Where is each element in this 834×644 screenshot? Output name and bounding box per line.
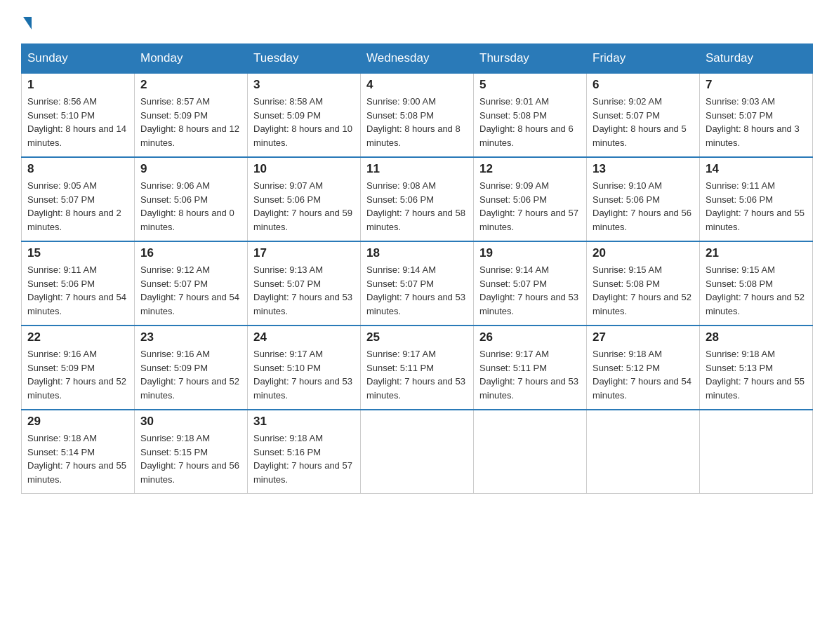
calendar-cell: 18 Sunrise: 9:14 AM Sunset: 5:07 PM Dayl… [361, 241, 474, 326]
calendar-cell: 31 Sunrise: 9:18 AM Sunset: 5:16 PM Dayl… [248, 410, 361, 494]
day-number: 23 [140, 330, 241, 344]
day-info: Sunrise: 9:14 AM Sunset: 5:07 PM Dayligh… [479, 263, 581, 318]
day-info: Sunrise: 9:05 AM Sunset: 5:07 PM Dayligh… [27, 179, 128, 234]
calendar-cell: 27 Sunrise: 9:18 AM Sunset: 5:12 PM Dayl… [587, 326, 700, 410]
day-info: Sunrise: 9:16 AM Sunset: 5:09 PM Dayligh… [140, 347, 241, 402]
calendar-week-2: 8 Sunrise: 9:05 AM Sunset: 5:07 PM Dayli… [22, 157, 813, 241]
calendar-week-3: 15 Sunrise: 9:11 AM Sunset: 5:06 PM Dayl… [22, 241, 813, 326]
calendar-cell: 25 Sunrise: 9:17 AM Sunset: 5:11 PM Dayl… [361, 326, 474, 410]
calendar-cell: 19 Sunrise: 9:14 AM Sunset: 5:07 PM Dayl… [474, 241, 587, 326]
day-number: 2 [140, 78, 241, 92]
logo [21, 14, 32, 29]
day-info: Sunrise: 9:00 AM Sunset: 5:08 PM Dayligh… [366, 95, 468, 149]
calendar-cell: 15 Sunrise: 9:11 AM Sunset: 5:06 PM Dayl… [22, 241, 135, 326]
day-info: Sunrise: 9:17 AM Sunset: 5:11 PM Dayligh… [366, 347, 468, 402]
calendar-cell: 11 Sunrise: 9:08 AM Sunset: 5:06 PM Dayl… [361, 157, 474, 241]
day-info: Sunrise: 9:03 AM Sunset: 5:07 PM Dayligh… [706, 95, 807, 149]
logo-arrow-icon [23, 17, 32, 29]
calendar-table: SundayMondayTuesdayWednesdayThursdayFrid… [21, 43, 813, 494]
day-number: 29 [27, 415, 128, 429]
day-info: Sunrise: 9:17 AM Sunset: 5:10 PM Dayligh… [253, 347, 355, 402]
calendar-cell: 2 Sunrise: 8:57 AM Sunset: 5:09 PM Dayli… [135, 73, 248, 157]
day-number: 10 [253, 162, 355, 176]
day-number: 13 [593, 162, 694, 176]
day-info: Sunrise: 9:01 AM Sunset: 5:08 PM Dayligh… [479, 95, 581, 149]
calendar-cell [700, 410, 813, 494]
calendar-cell: 23 Sunrise: 9:16 AM Sunset: 5:09 PM Dayl… [135, 326, 248, 410]
calendar-cell: 16 Sunrise: 9:12 AM Sunset: 5:07 PM Dayl… [135, 241, 248, 326]
day-info: Sunrise: 9:02 AM Sunset: 5:07 PM Dayligh… [593, 95, 694, 149]
day-number: 21 [706, 246, 807, 260]
day-number: 17 [253, 246, 355, 260]
day-info: Sunrise: 9:15 AM Sunset: 5:08 PM Dayligh… [706, 263, 807, 318]
day-number: 8 [27, 162, 128, 176]
day-number: 16 [140, 246, 241, 260]
day-number: 4 [366, 78, 468, 92]
day-info: Sunrise: 9:13 AM Sunset: 5:07 PM Dayligh… [253, 263, 355, 318]
calendar-cell: 3 Sunrise: 8:58 AM Sunset: 5:09 PM Dayli… [248, 73, 361, 157]
day-info: Sunrise: 9:06 AM Sunset: 5:06 PM Dayligh… [140, 179, 241, 234]
day-info: Sunrise: 8:58 AM Sunset: 5:09 PM Dayligh… [253, 95, 355, 149]
calendar-cell: 4 Sunrise: 9:00 AM Sunset: 5:08 PM Dayli… [361, 73, 474, 157]
calendar-cell: 10 Sunrise: 9:07 AM Sunset: 5:06 PM Dayl… [248, 157, 361, 241]
calendar-week-5: 29 Sunrise: 9:18 AM Sunset: 5:14 PM Dayl… [22, 410, 813, 494]
day-number: 27 [593, 330, 694, 344]
header-monday: Monday [135, 44, 248, 74]
calendar-header-row: SundayMondayTuesdayWednesdayThursdayFrid… [22, 44, 813, 74]
day-number: 19 [479, 246, 581, 260]
day-number: 7 [706, 78, 807, 92]
day-number: 22 [27, 330, 128, 344]
calendar-cell: 24 Sunrise: 9:17 AM Sunset: 5:10 PM Dayl… [248, 326, 361, 410]
page-header [21, 14, 813, 29]
header-wednesday: Wednesday [361, 44, 474, 74]
day-number: 14 [706, 162, 807, 176]
calendar-cell: 30 Sunrise: 9:18 AM Sunset: 5:15 PM Dayl… [135, 410, 248, 494]
calendar-cell: 22 Sunrise: 9:16 AM Sunset: 5:09 PM Dayl… [22, 326, 135, 410]
calendar-cell [587, 410, 700, 494]
header-saturday: Saturday [700, 44, 813, 74]
day-info: Sunrise: 9:18 AM Sunset: 5:12 PM Dayligh… [593, 347, 694, 402]
day-number: 15 [27, 246, 128, 260]
logo-top [21, 14, 32, 29]
day-info: Sunrise: 9:08 AM Sunset: 5:06 PM Dayligh… [366, 179, 468, 234]
day-number: 25 [366, 330, 468, 344]
day-number: 30 [140, 415, 241, 429]
calendar-cell: 21 Sunrise: 9:15 AM Sunset: 5:08 PM Dayl… [700, 241, 813, 326]
calendar-cell: 8 Sunrise: 9:05 AM Sunset: 5:07 PM Dayli… [22, 157, 135, 241]
day-number: 1 [27, 78, 128, 92]
calendar-cell: 1 Sunrise: 8:56 AM Sunset: 5:10 PM Dayli… [22, 73, 135, 157]
day-number: 9 [140, 162, 241, 176]
day-info: Sunrise: 9:09 AM Sunset: 5:06 PM Dayligh… [479, 179, 581, 234]
calendar-cell: 14 Sunrise: 9:11 AM Sunset: 5:06 PM Dayl… [700, 157, 813, 241]
calendar-cell: 17 Sunrise: 9:13 AM Sunset: 5:07 PM Dayl… [248, 241, 361, 326]
day-number: 18 [366, 246, 468, 260]
day-number: 20 [593, 246, 694, 260]
day-info: Sunrise: 9:16 AM Sunset: 5:09 PM Dayligh… [27, 347, 128, 402]
calendar-cell: 29 Sunrise: 9:18 AM Sunset: 5:14 PM Dayl… [22, 410, 135, 494]
day-number: 6 [593, 78, 694, 92]
header-sunday: Sunday [22, 44, 135, 74]
day-info: Sunrise: 9:18 AM Sunset: 5:13 PM Dayligh… [706, 347, 807, 402]
calendar-week-1: 1 Sunrise: 8:56 AM Sunset: 5:10 PM Dayli… [22, 73, 813, 157]
day-info: Sunrise: 9:12 AM Sunset: 5:07 PM Dayligh… [140, 263, 241, 318]
header-friday: Friday [587, 44, 700, 74]
day-info: Sunrise: 9:14 AM Sunset: 5:07 PM Dayligh… [366, 263, 468, 318]
calendar-cell: 12 Sunrise: 9:09 AM Sunset: 5:06 PM Dayl… [474, 157, 587, 241]
header-thursday: Thursday [474, 44, 587, 74]
day-number: 11 [366, 162, 468, 176]
day-info: Sunrise: 8:56 AM Sunset: 5:10 PM Dayligh… [27, 95, 128, 149]
calendar-cell: 28 Sunrise: 9:18 AM Sunset: 5:13 PM Dayl… [700, 326, 813, 410]
day-info: Sunrise: 9:17 AM Sunset: 5:11 PM Dayligh… [479, 347, 581, 402]
day-number: 31 [253, 415, 355, 429]
day-number: 26 [479, 330, 581, 344]
day-info: Sunrise: 8:57 AM Sunset: 5:09 PM Dayligh… [140, 95, 241, 149]
calendar-cell: 5 Sunrise: 9:01 AM Sunset: 5:08 PM Dayli… [474, 73, 587, 157]
calendar-cell [361, 410, 474, 494]
day-info: Sunrise: 9:11 AM Sunset: 5:06 PM Dayligh… [706, 179, 807, 234]
day-info: Sunrise: 9:15 AM Sunset: 5:08 PM Dayligh… [593, 263, 694, 318]
day-info: Sunrise: 9:18 AM Sunset: 5:15 PM Dayligh… [140, 431, 241, 486]
day-info: Sunrise: 9:18 AM Sunset: 5:16 PM Dayligh… [253, 431, 355, 486]
calendar-cell: 9 Sunrise: 9:06 AM Sunset: 5:06 PM Dayli… [135, 157, 248, 241]
day-number: 24 [253, 330, 355, 344]
day-info: Sunrise: 9:10 AM Sunset: 5:06 PM Dayligh… [593, 179, 694, 234]
